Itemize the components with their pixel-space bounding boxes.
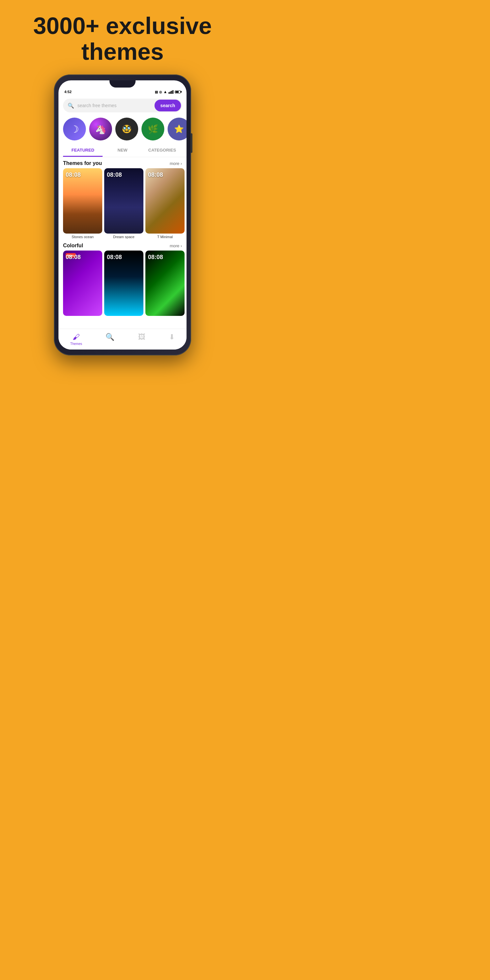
stones-clock: 08:08 [66,172,81,178]
nav-wallpaper[interactable]: 🖼 [135,332,149,347]
theme-card-stones-ocean[interactable]: 08:08 Stones ocean [63,168,102,239]
nav-search[interactable]: 🔍 [102,332,118,347]
theme-card-t-minimal[interactable]: 08:08 T Minimal [145,168,185,239]
colorful-cards: New 08:08 08:08 08:08 [59,251,186,316]
tab-bar: FEATURED NEW CATEGORIES [59,145,186,157]
wallpaper-nav-icon: 🖼 [138,333,145,341]
theme-card-colorful2[interactable]: 08:08 [104,251,143,316]
icon-circle-moon[interactable]: ☽ [63,118,86,140]
themes-nav-icon: 🖌 [73,333,80,341]
colorful-more[interactable]: more › [170,243,182,248]
phone-notch [110,80,135,88]
phone-screen: 4:52 ▤ ◎ ▲ 🔍 [59,80,186,350]
signal-icon [169,90,173,94]
dream-clock: 08:08 [107,172,122,178]
status-time: 4:52 [64,90,72,94]
camera-icon: ◎ [159,90,162,94]
themes-for-you-cards: 08:08 Stones ocean 08:08 Dream space [59,168,186,239]
battery-icon [175,91,181,94]
search-nav-icon: 🔍 [105,333,115,341]
themes-nav-label: Themes [70,342,82,345]
stones-label: Stones ocean [63,235,102,239]
themes-for-you-title: Themes for you [63,161,102,166]
sim-icon: ▤ [155,90,158,94]
tab-new[interactable]: NEW [103,145,142,157]
colorful3-clock: 08:08 [148,254,163,261]
minimal-clock: 08:08 [148,172,163,178]
icon-circles-row: ☽ 🦄 🥸 🌿 ⭐ [59,115,186,143]
icon-circle-extra[interactable]: ⭐ [167,118,186,140]
status-icons: ▤ ◎ ▲ [155,89,181,94]
hero-title: 3000+ exclusive themes [6,13,239,65]
colorful2-clock: 08:08 [107,254,122,261]
icon-circle-unicorn[interactable]: 🦄 [89,118,112,140]
nav-download[interactable]: ⬇ [165,332,178,347]
tab-featured[interactable]: FEATURED [63,145,103,157]
search-button[interactable]: search [154,100,181,111]
nav-themes[interactable]: 🖌 Themes [67,332,85,347]
themes-for-you-header: Themes for you more › [59,157,186,168]
bottom-nav: 🖌 Themes 🔍 🖼 ⬇ [59,329,186,350]
theme-card-colorful1[interactable]: New 08:08 [63,251,102,316]
hero-section: 3000+ exclusive themes [0,0,245,71]
dream-label: Dream space [104,235,143,239]
icon-circle-glasses[interactable]: 🥸 [115,118,138,140]
colorful-header: Colorful more › [59,239,186,251]
minimal-label: T Minimal [145,235,185,239]
search-placeholder: search free themes [78,100,154,111]
themes-for-you-more[interactable]: more › [170,161,182,166]
colorful1-clock: 08:08 [66,254,81,261]
download-nav-icon: ⬇ [169,333,175,341]
wifi-icon: ▲ [163,89,167,94]
phone-mockup: 4:52 ▤ ◎ ▲ 🔍 [54,75,191,355]
search-bar[interactable]: 🔍 search free themes search [63,99,182,112]
colorful-title: Colorful [63,243,83,248]
phone-side-button [191,133,192,153]
icon-circle-leaf[interactable]: 🌿 [142,118,164,140]
screen-content: 4:52 ▤ ◎ ▲ 🔍 [59,80,186,350]
theme-card-dream-space[interactable]: 08:08 Dream space [104,168,143,239]
theme-card-colorful3[interactable]: 08:08 [145,251,185,316]
search-icon: 🔍 [63,99,78,112]
tab-categories[interactable]: CATEGORIES [142,145,182,157]
